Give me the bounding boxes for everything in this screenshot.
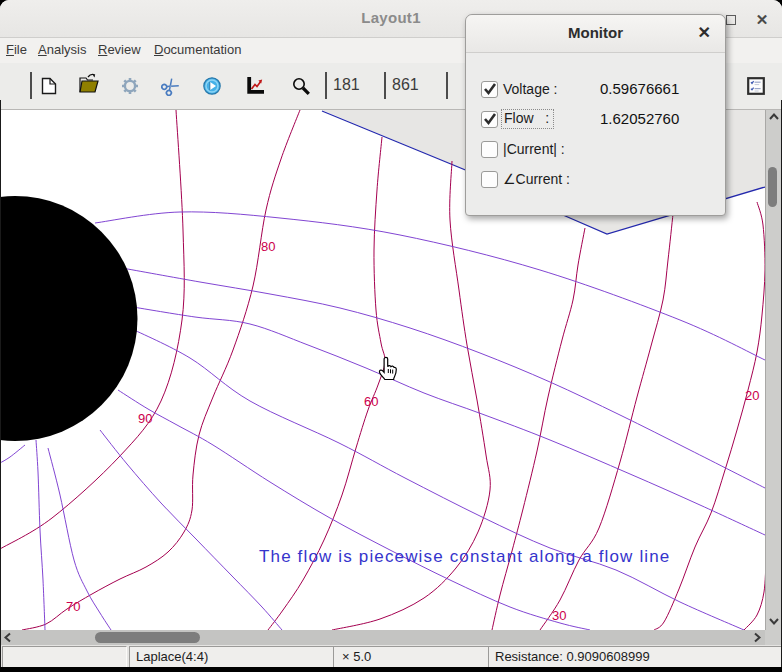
svg-text:30: 30 xyxy=(552,608,566,623)
svg-text:60: 60 xyxy=(364,394,378,409)
svg-text:80: 80 xyxy=(261,239,275,254)
svg-text:90: 90 xyxy=(138,411,152,426)
svg-text:70: 70 xyxy=(66,599,80,614)
svg-text:20: 20 xyxy=(745,388,759,403)
svg-text:The flow is piecewise constant: The flow is piecewise constant along a f… xyxy=(259,547,670,566)
